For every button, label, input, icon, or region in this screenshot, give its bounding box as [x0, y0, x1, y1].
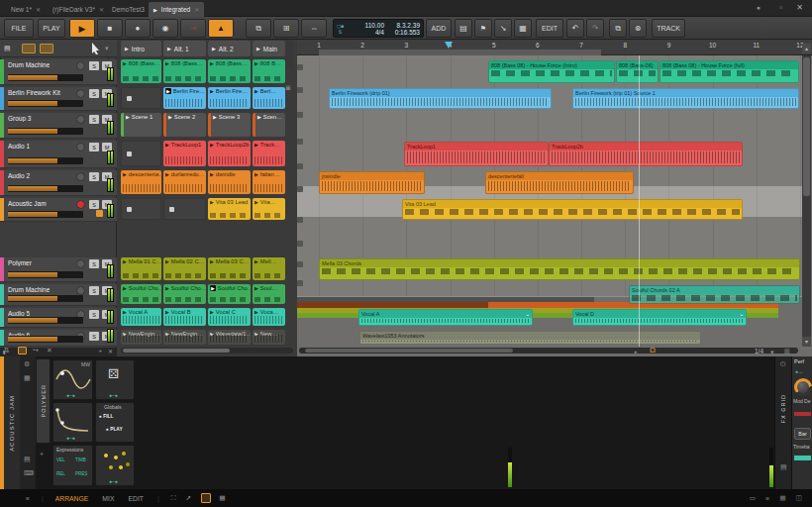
modulator-steps-tile[interactable]: ●–●	[95, 445, 135, 486]
volume-fader[interactable]	[8, 185, 83, 192]
tab-edit[interactable]: EDIT	[128, 495, 143, 502]
delete-button[interactable]: ⊗	[629, 19, 647, 38]
solo-button[interactable]: S	[89, 286, 99, 295]
grid-small-icon[interactable]: ▦	[24, 374, 31, 381]
layers-button[interactable]: ⧉	[246, 19, 271, 38]
lane-stop-button[interactable]	[297, 261, 303, 267]
add-modulator-icon[interactable]: +	[40, 451, 44, 457]
record-arm-button[interactable]	[76, 286, 85, 295]
grid-toggle-icon[interactable]: ▦	[219, 494, 225, 502]
loop-region[interactable]	[319, 50, 601, 55]
record-arm-button[interactable]	[76, 89, 85, 98]
document-tab[interactable]: ▶Integrated✕	[149, 2, 204, 17]
arranger-clip[interactable]: Vocal A⌄	[358, 309, 533, 326]
launcher-clip[interactable]: ▶808 (Bass…	[208, 59, 251, 83]
arranger-clip[interactable]: 808 (Bass 08) - House Force (Intro)	[488, 60, 615, 83]
mod-depth-knob[interactable]	[794, 378, 812, 396]
launcher-clip[interactable]: ▶Soulful Cho…	[121, 284, 161, 304]
launcher-clip[interactable]: ▶descenterta…	[121, 170, 161, 194]
record-arm-button[interactable]	[76, 200, 85, 209]
launcher-clip[interactable]: ▶808 (Bass…	[121, 59, 161, 83]
launcher-stop-cell[interactable]	[121, 87, 161, 109]
track-header[interactable]: Berlin Firework KitSM	[0, 87, 117, 111]
arranger-lane[interactable]	[297, 217, 802, 241]
automation-write-button[interactable]: ◉	[152, 19, 178, 38]
playstart-marker[interactable]	[445, 42, 453, 49]
right-device-partial[interactable]: Perf ●→ Mod De Bar Timeba	[791, 356, 812, 489]
arranger-clip[interactable]: Vocal D⌄	[572, 309, 747, 326]
track-name[interactable]: Drum Machine	[8, 61, 50, 68]
launcher-clip[interactable]: ▶Mella 02 C…	[163, 257, 206, 280]
tab-arrange[interactable]: ARRANGE	[55, 495, 89, 502]
track-name[interactable]: Polymer	[8, 259, 32, 266]
arranger-clip[interactable]: Soulful Chords 02 A	[629, 285, 800, 304]
close-button[interactable]: ✕	[796, 3, 803, 12]
scene-cell[interactable]: ▶Scene 2	[163, 113, 206, 137]
volume-fader[interactable]	[8, 157, 83, 164]
launcher-clip[interactable]: ▶Soulful Cho…	[163, 284, 206, 304]
volume-fader[interactable]	[8, 128, 83, 135]
modulator-expressions-tile[interactable]: Expressions VEL TIMB REL PRES	[52, 445, 93, 486]
browser-toggle-icon[interactable]: ▭	[750, 494, 756, 502]
add-clip-button[interactable]: ⊞	[273, 19, 299, 38]
launcher-clip[interactable]: ▶Vita 03 Lead	[208, 198, 251, 220]
launcher-clip[interactable]: ▶Voca…	[253, 308, 285, 326]
launcher-clip[interactable]: ▶falian…	[253, 170, 285, 194]
chevron-down-icon[interactable]: ▾	[105, 45, 109, 51]
launcher-clip[interactable]: ▶TrackLoop2b	[208, 141, 251, 166]
track-button[interactable]: TRACK	[652, 19, 685, 38]
clip-launcher-toggle-icon[interactable]	[201, 493, 211, 503]
io-toggle-icon[interactable]	[22, 44, 36, 53]
scene-header[interactable]: ▶Alt. 1	[163, 41, 206, 56]
polymer-chain-tab[interactable]: POLYMER	[36, 358, 51, 444]
record-arm-button[interactable]	[76, 259, 85, 268]
duplicate-button[interactable]: ⧉	[609, 19, 627, 38]
launcher-clip[interactable]: ▶durlanredu…	[163, 170, 206, 194]
notes-icon[interactable]: ▤	[24, 456, 31, 462]
launcher-clip[interactable]: ▶NewEngin…	[163, 330, 206, 345]
scene-cell[interactable]: ▶Scene 1	[121, 113, 161, 137]
timeline-ruler[interactable]: 123456789101112	[297, 40, 812, 55]
launcher-clip[interactable]: ▶Berl…	[253, 87, 285, 109]
transport-display[interactable]: ◻■⇅ 110.004/4 8.3.2.390:16.553	[333, 19, 424, 38]
auto-toggle-icon[interactable]	[40, 44, 53, 53]
scene-header[interactable]: ▶Main	[253, 41, 285, 56]
scene-cell[interactable]: ▶Scen…	[253, 113, 285, 137]
inspector-toggle-icon[interactable]: ≡	[765, 495, 769, 502]
minimize-button[interactable]: ▫	[779, 3, 782, 12]
solo-button[interactable]: S	[89, 200, 99, 209]
loop-toggle-icon[interactable]: ⛶	[171, 494, 176, 502]
launcher-clip[interactable]: ▶dwindle	[208, 170, 251, 194]
record-arm-button[interactable]	[76, 61, 85, 70]
modulator-envelope-tile[interactable]: ●–●	[52, 402, 93, 443]
lane-stop-button[interactable]	[297, 139, 303, 145]
redo-button[interactable]: ↷	[586, 19, 604, 38]
close-tab-icon[interactable]: ✕	[99, 6, 104, 13]
lane-stop-button[interactable]	[297, 280, 303, 286]
launcher-clip[interactable]: ▶Vocal A	[121, 308, 161, 326]
document-tab[interactable]: (r)FileDark V3*✕	[48, 2, 109, 17]
play-button[interactable]: ▶	[69, 19, 95, 38]
arranger-lane[interactable]	[297, 112, 802, 139]
arranger-clip[interactable]: 808 (Bass-06)	[616, 60, 659, 83]
launcher-clip[interactable]: ▶TrackLoop1	[163, 141, 206, 166]
launcher-clip[interactable]: ▶Mell…	[253, 257, 285, 280]
launcher-hscrollbar[interactable]	[121, 348, 293, 354]
tempo-display[interactable]: 110.004/4	[347, 20, 384, 37]
arranger-clip[interactable]: jrwindle	[319, 171, 425, 194]
launcher-clip[interactable]: ▶Berlin Fire…	[163, 87, 206, 109]
record-button[interactable]: ●	[125, 19, 151, 38]
record-arm-button[interactable]	[76, 172, 85, 181]
track-stack-icon[interactable]: ▤	[4, 45, 11, 51]
arranger-clip[interactable]: TrackLoop1	[404, 142, 549, 166]
scroll-down-icon[interactable]: ▾	[802, 337, 811, 347]
modulator-random-tile[interactable]: ⚄ ●–●	[95, 359, 135, 400]
marker-icon[interactable]: ⚑	[474, 19, 492, 38]
launcher-clip[interactable]: ▶Soul…	[253, 284, 285, 304]
keyboard-icon[interactable]: ⌨	[24, 469, 34, 476]
solo-button[interactable]: S	[89, 115, 99, 124]
sort-icon[interactable]: ⇅	[4, 347, 10, 354]
volume-fader[interactable]	[8, 100, 83, 107]
solo-button[interactable]: S	[89, 61, 99, 70]
record-arm-button[interactable]	[76, 143, 85, 152]
